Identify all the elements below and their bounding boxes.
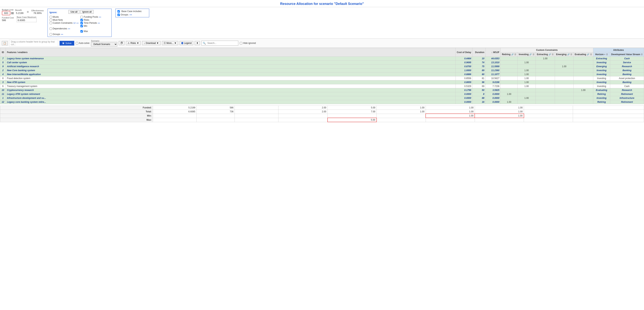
use-all-button[interactable]: Use all [68, 10, 80, 14]
cell-dvs: Banking [610, 80, 644, 84]
cell-retiring: 1.00 [500, 100, 518, 104]
th-dvs[interactable]: Development Value Stream ☰ [610, 52, 644, 57]
ignore-time-periods-check[interactable]: Time Periods »» [80, 22, 110, 24]
budget-limit-value[interactable]: 600 [2, 11, 10, 15]
cell-id: 5 [0, 61, 6, 65]
cell-duration: 88 [472, 96, 486, 100]
base-case-groups-check[interactable] [118, 14, 120, 16]
th-features[interactable]: Features / enablers [6, 48, 456, 57]
budget-lines-icon[interactable] [11, 12, 14, 14]
base-case-includes-check[interactable] [118, 10, 120, 13]
copy-button[interactable]: 📋 [2, 41, 8, 45]
risks-icon: ⚠ [128, 42, 130, 44]
th-cod[interactable]: Cost of Delay [456, 48, 472, 57]
ignore-max-check[interactable]: Max [80, 30, 110, 33]
cell-feature[interactable]: Fraud detection system [6, 76, 456, 80]
cell-dvs: Retirement [610, 92, 644, 96]
more-icon: ☷ [164, 42, 166, 44]
base-case-max-value: 6.6085 [17, 18, 36, 22]
th-emerging[interactable]: Emerging 🔗 ☰ [555, 52, 574, 57]
auto-solve-check[interactable] [76, 42, 78, 44]
auto-solve-label[interactable]: Auto-solve [76, 42, 90, 44]
th-evaluating[interactable]: Evaluating 🔗 ☰ [574, 52, 593, 57]
cell-feature[interactable]: Legacy core banking system retire... [6, 100, 456, 104]
ignore-musts-check[interactable]: Musts [50, 16, 79, 18]
solve-button[interactable]: 🖩 Solve [60, 41, 74, 46]
table-row: 8Fraud detection system0.85568110.56271.… [0, 76, 644, 80]
cell-extracting [536, 76, 555, 80]
cell-cod: 0.8700 [456, 65, 472, 69]
scenario-select[interactable]: Default Scenario [91, 42, 117, 47]
ignore-dependencies-check[interactable]: Dependencies »» [50, 25, 79, 33]
ignore-min-check[interactable]: Min [80, 25, 110, 27]
ignore-risks-check[interactable]: Risks [80, 19, 110, 21]
effectiveness-section: Effectiveness 78.99% [32, 10, 44, 15]
th-investing[interactable]: Investing 🔗 ☰ [518, 52, 536, 57]
cell-wsjf: 9.0196 [486, 80, 500, 84]
cell-extracting [536, 96, 555, 100]
upload-button[interactable]: ⬆ [195, 41, 200, 45]
duplicate-scenario-button[interactable]: 🗍 [119, 41, 124, 45]
base-case-max-label: Base Case Maximum [17, 16, 36, 18]
ignore-title: Ignore: [50, 11, 57, 14]
cell-investing [518, 65, 536, 69]
cell-feature[interactable]: Cryptocurrency research [6, 88, 456, 92]
search-input[interactable] [206, 41, 237, 45]
ignore-groups-check[interactable]: Groups »» [50, 33, 79, 36]
cell-dvs: Research [610, 88, 644, 92]
cell-extracting [536, 61, 555, 65]
cell-wsjf: 0.0000 [486, 100, 500, 104]
cell-feature[interactable]: Treasury management system [6, 84, 456, 88]
cell-id: 8 [0, 76, 6, 80]
ignore-custom-constraints-check[interactable]: Custom Constraints 12 »» [50, 22, 79, 24]
max-investing[interactable]: 5.00 [328, 118, 376, 122]
base-case-title: Base Case includes: [122, 10, 142, 13]
cell-evaluating [574, 61, 593, 65]
cell-feature[interactable]: Call center system [6, 61, 456, 65]
total-label: Total: [0, 110, 153, 114]
th-extracting[interactable]: Extracting 🔗 ☰ [536, 52, 555, 57]
hide-ignored-check[interactable] [240, 42, 242, 44]
download-button[interactable]: ↓ Download ▼ [142, 41, 160, 45]
risks-button[interactable]: ⚠ Risks ▼ [126, 41, 140, 45]
cell-feature[interactable]: New ATM system [6, 80, 456, 84]
download-icon: ↓ [144, 42, 145, 44]
cell-feature[interactable]: Infrastructure development and su... [6, 96, 456, 100]
ignore-must-nots-check[interactable]: Must Nots [50, 19, 79, 21]
cell-wsjf: 11.1077 [486, 72, 500, 76]
cell-horizon: Investing [593, 96, 610, 100]
cell-extracting [536, 88, 555, 92]
cell-feature[interactable]: Legacy ATM system retirement [6, 92, 456, 96]
cell-emerging: 1.00 [555, 65, 574, 69]
cell-horizon: Retiring [593, 100, 610, 104]
ignore-funding-pools-check[interactable]: Funding Pools »» [80, 16, 110, 18]
th-retiring[interactable]: Retiring 🔗 ☰ [500, 52, 518, 57]
total-row: Total: 6.6085 736 2.00 7.00 1.00 1.00 1.… [0, 110, 644, 114]
ignore-all-button[interactable]: Ignore all [80, 10, 94, 14]
cell-dvs: Cash [610, 84, 644, 88]
cell-emerging [555, 69, 574, 72]
summary-table: Funded: 5.2199 586 2.00 5.00 1.00 1.00 1… [0, 106, 644, 122]
cell-feature[interactable]: New Core banking system [6, 69, 456, 72]
base-case-groups-link[interactable]: »» [130, 13, 132, 16]
funded-label: Funded: [0, 106, 153, 110]
cell-feature[interactable]: Artificial intelligence research [6, 65, 456, 69]
cell-feature[interactable]: New Internet/Mobile application [6, 72, 456, 76]
th-duration[interactable]: Duration [472, 48, 486, 57]
th-wsjf[interactable]: ↓ WSJF [486, 48, 500, 57]
cell-investing: 1.00 [518, 72, 536, 76]
th-horizon[interactable]: Horizon ▾ ☰ [593, 52, 610, 57]
ignore-section: Ignore: Use all Ignore all Musts Funding… [48, 9, 112, 37]
cell-evaluating [574, 96, 593, 100]
min-emerging[interactable]: 1.00 [426, 114, 475, 118]
hide-ignored-label[interactable]: Hide ignored [240, 42, 256, 44]
cell-investing [518, 57, 536, 61]
more-button[interactable]: ☷ More... ▼ [162, 41, 178, 45]
cell-feature[interactable]: Legacy forex system maintenance [6, 57, 456, 61]
min-evaluating[interactable]: 1.00 [475, 114, 524, 118]
funded-cost-value: 586 [2, 19, 14, 22]
cell-id: 4 [0, 72, 6, 76]
legend-button[interactable]: i Legend [180, 41, 193, 45]
cell-dvs: Banking [610, 72, 644, 76]
table-row: 6Treasury management system0.5329697.723… [0, 84, 644, 88]
